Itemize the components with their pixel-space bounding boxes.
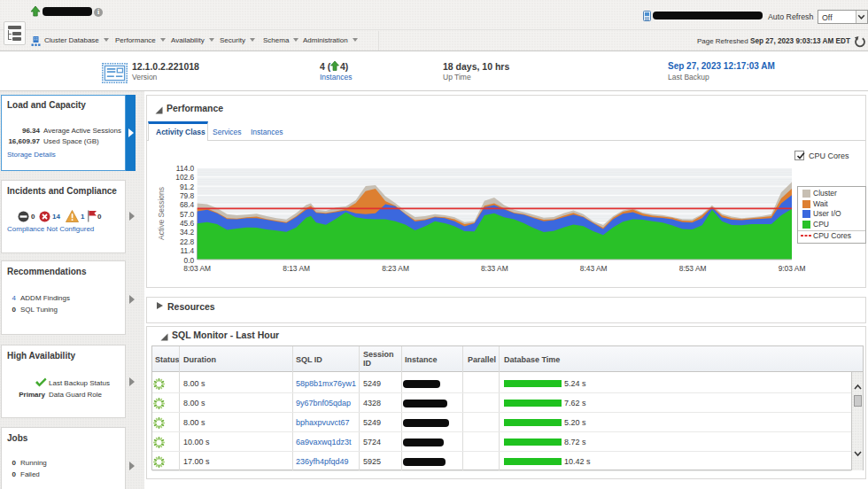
svg-text:8:33 AM: 8:33 AM xyxy=(481,264,508,273)
svg-text:57.0: 57.0 xyxy=(180,210,195,219)
svg-text:22.8: 22.8 xyxy=(180,237,195,246)
svg-text:68.4: 68.4 xyxy=(180,200,195,209)
svg-text:8:43 AM: 8:43 AM xyxy=(580,264,608,273)
svg-text:91.2: 91.2 xyxy=(180,182,195,191)
svg-text:Active Sessions: Active Sessions xyxy=(158,187,166,240)
svg-text:8:53 AM: 8:53 AM xyxy=(679,264,707,273)
svg-text:11.4: 11.4 xyxy=(181,246,195,255)
svg-text:102.6: 102.6 xyxy=(175,173,194,182)
svg-text:34.2: 34.2 xyxy=(180,228,195,237)
svg-text:45.6: 45.6 xyxy=(180,219,195,228)
svg-text:9:03 AM: 9:03 AM xyxy=(779,264,806,273)
svg-text:8:03 AM: 8:03 AM xyxy=(183,264,211,273)
svg-text:8:23 AM: 8:23 AM xyxy=(382,264,409,273)
svg-text:8:13 AM: 8:13 AM xyxy=(283,264,310,273)
svg-text:79.8: 79.8 xyxy=(180,191,195,200)
svg-text:114.0: 114.0 xyxy=(176,164,195,173)
